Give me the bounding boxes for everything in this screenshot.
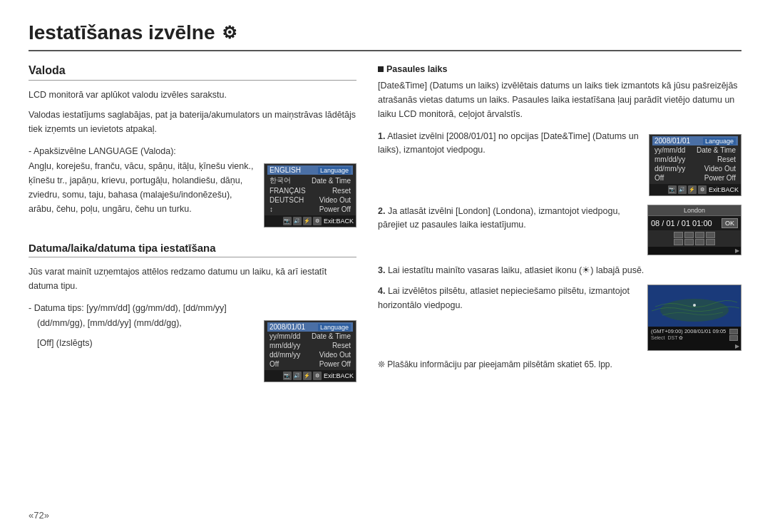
- world1-time: 08 / 01 / 01 01:00: [651, 219, 719, 227]
- globe-play-icon: ▶: [735, 343, 739, 349]
- menu-row3-off: Off Power Off: [652, 173, 738, 183]
- world1-btn-row1: [674, 232, 715, 238]
- gear-icon: ⚙: [222, 23, 237, 43]
- menu-inner-2: 2008/01/01 Language yy/mm/dd Date & Time…: [265, 321, 356, 370]
- icon-gear3: ⚙: [698, 185, 707, 194]
- menu-left-deutsch: DEUTSCH: [270, 196, 304, 204]
- world1-btn6: [684, 239, 694, 245]
- menu-left3-yy: yy/mm/dd: [654, 146, 685, 154]
- valoda-sub-label: - Apakšizvēlne LANGUAGE (Valoda):: [29, 146, 356, 156]
- item2-text-block: 2. Ja atlasāt izvēlni [London] (Londona)…: [378, 205, 640, 240]
- menu-row-off: Off Power Off: [267, 359, 353, 369]
- menu-left3-date: 2008/01/01: [654, 137, 690, 145]
- menu-row-yymmdd: yy/mm/dd Date & Time: [267, 332, 353, 341]
- menu-right3-reset: Reset: [717, 155, 736, 163]
- menu-row-mmddyy: mm/dd/yy Reset: [267, 341, 353, 350]
- exit-back-2: Exit:BACK: [324, 372, 354, 379]
- valoda-languages: Angļu, koreješu, franču, vācu, spāņu, it…: [29, 159, 257, 216]
- page-container: Iestatīšanas izvēlne ⚙ Valoda LCD monito…: [0, 0, 770, 405]
- menu-right-reset1: Reset: [332, 187, 351, 195]
- menu-row3-date: 2008/01/01 Language: [652, 136, 738, 145]
- menu-left-mmddyy: mm/dd/yy: [270, 342, 300, 349]
- menu-inner-3: 2008/01/01 Language yy/mm/dd Date & Time…: [650, 135, 741, 184]
- globe-bottom: (GMT+09:00) 2008/01/01 09:05 Select DST …: [648, 327, 741, 342]
- item1-block: 1. Atlasiet izvēlni [2008/01/01] no opci…: [378, 130, 741, 196]
- world-map-svg: [648, 285, 741, 327]
- menu-left-arrow1: ↕: [270, 205, 273, 213]
- item1-desc: Atlasiet izvēlni [2008/01/01] no opcijas…: [378, 131, 639, 155]
- menu-right-language: Language: [318, 167, 351, 174]
- item4-text: 4. Lai izvēlētos pilsētu, atlasiet nepie…: [378, 285, 640, 312]
- menu-right-poweroff2: Power Off: [319, 360, 351, 368]
- item2-text: 2. Ja atlasāt izvēlni [London] (Londona)…: [378, 205, 640, 232]
- menu-right-reset2: Reset: [332, 342, 351, 349]
- menu-left3-mm: mm/dd/yy: [654, 155, 685, 163]
- menu-bottom-bar3: 📷 🔊 ⚡ ⚙ Exit:BACK: [650, 184, 741, 195]
- menu-row-ddmmyy: dd/mm/yy Video Out: [267, 350, 353, 359]
- valoda-sub-section: - Apakšizvēlne LANGUAGE (Valoda): Angļu,…: [29, 146, 356, 227]
- icon-flash3: ⚡: [688, 185, 697, 194]
- icon-cam3: 📷: [668, 185, 677, 194]
- page-footer: «72»: [29, 510, 49, 521]
- world1-btn2: [684, 232, 694, 238]
- menu-left-korean: 한국어: [270, 175, 291, 185]
- world1-btn5: [674, 239, 683, 245]
- page-title: Iestatīšanas izvēlne ⚙: [29, 21, 741, 51]
- bottom-icons-2: 📷 🔊 ⚡ ⚙: [283, 372, 322, 380]
- item4-desc: Lai izvēlētos pilsētu, atlasiet nepiecie…: [378, 286, 630, 310]
- globe-dst: DST ✿: [667, 335, 683, 341]
- two-col-layout: Valoda LCD monitorā var aplūkot valodu i…: [29, 64, 741, 391]
- world1-footer: ▶: [648, 247, 741, 255]
- menu-row-english: ENGLISH Language: [267, 165, 353, 175]
- bottom-icons-3: 📷 🔊 ⚡ ⚙: [668, 185, 707, 194]
- icon-flash2: ⚡: [303, 372, 312, 380]
- world-screen-1: London 08 / 01 / 01 01:00 OK: [647, 205, 741, 255]
- item2-block: 2. Ja atlasāt izvēlni [London] (Londona)…: [378, 205, 741, 255]
- menu-left-yymmdd: yy/mm/dd: [270, 332, 300, 340]
- valoda-item-block: Angļu, koreješu, franču, vācu, spāņu, it…: [29, 159, 356, 227]
- datuma-sub-text2: (dd/mm/gg), [mm/dd/yy] (mm/dd/gg),: [29, 316, 257, 330]
- item2-num: 2.: [378, 206, 385, 216]
- world1-btn3: [695, 232, 704, 238]
- menu-right-datetime2: Date & Time: [312, 332, 351, 340]
- globe-map-area: London: [648, 285, 741, 327]
- globe-gmt: (GMT+09:00) 2008/01/01 09:05: [651, 328, 726, 334]
- menu-row-date2008: 2008/01/01 Language: [267, 322, 353, 332]
- item1-text-block: 1. Atlasiet izvēlni [2008/01/01] no opci…: [378, 130, 642, 165]
- item4-block: 4. Lai izvēlētos pilsētu, atlasiet nepie…: [378, 285, 741, 351]
- world1-btn1: [674, 232, 683, 238]
- world1-play-icon: ▶: [735, 247, 739, 254]
- globe-controls: Select DST ✿: [651, 335, 726, 341]
- menu-inner-1: ENGLISH Language 한국어 Date & Time FRANÇAI…: [265, 164, 356, 215]
- globe-btn2: [729, 335, 738, 341]
- item4-num: 4.: [378, 286, 385, 296]
- world1-time-row: 08 / 01 / 01 01:00 OK: [648, 216, 741, 230]
- item2-desc: Ja atlasāt izvēlni [London] (Londona), i…: [378, 206, 620, 230]
- bullet-icon: [378, 66, 384, 72]
- svg-point-1: [660, 299, 729, 322]
- item1-container: 1. Atlasiet izvēlni [2008/01/01] no opci…: [378, 130, 741, 196]
- icon-spk: 🔊: [293, 217, 302, 225]
- note-text: ❊ Plašāku informāciju par pieejamām pils…: [378, 359, 741, 369]
- menu-left-english: ENGLISH: [270, 166, 301, 174]
- menu-row-arrow1: ↕ Power Off: [267, 205, 353, 214]
- menu-left-ddmmyy: dd/mm/yy: [270, 351, 300, 359]
- globe-select: Select: [651, 335, 664, 341]
- icon-cam2: 📷: [283, 372, 292, 380]
- globe-footer: ▶: [648, 342, 741, 350]
- pasaules-intro: [Date&Time] (Datums un laiks) izvēlētais…: [378, 78, 741, 121]
- icon-gear1: ⚙: [313, 217, 322, 225]
- menu-bottom-bar1: 📷 🔊 ⚡ ⚙ Exit:BACK: [265, 215, 356, 227]
- menu-right-datetime1: Date & Time: [312, 177, 351, 185]
- item4-text-block: 4. Lai izvēlētos pilsētu, atlasiet nepie…: [378, 285, 640, 319]
- left-column: Valoda LCD monitorā var aplūkot valodu i…: [29, 64, 356, 391]
- datuma-sub-texts: (dd/mm/gg), [mm/dd/yy] (mm/dd/gg), [Off]…: [29, 316, 257, 356]
- menu-row-korean: 한국어 Date & Time: [267, 175, 353, 186]
- menu-row3-yy: yy/mm/dd Date & Time: [652, 145, 738, 155]
- menu-row3-mm: mm/dd/yy Reset: [652, 155, 738, 164]
- item3-num: 3.: [378, 265, 385, 275]
- datuma-sub-text3: [Off] (Izslēgts): [29, 336, 257, 350]
- item3-desc: Lai iestatītu mainīto vasaras laiku, atl…: [388, 265, 644, 275]
- section-datuma-title: Datuma/laika/datuma tipa iestatīšana: [29, 242, 356, 257]
- menu-left-francais: FRANÇAIS: [270, 187, 306, 195]
